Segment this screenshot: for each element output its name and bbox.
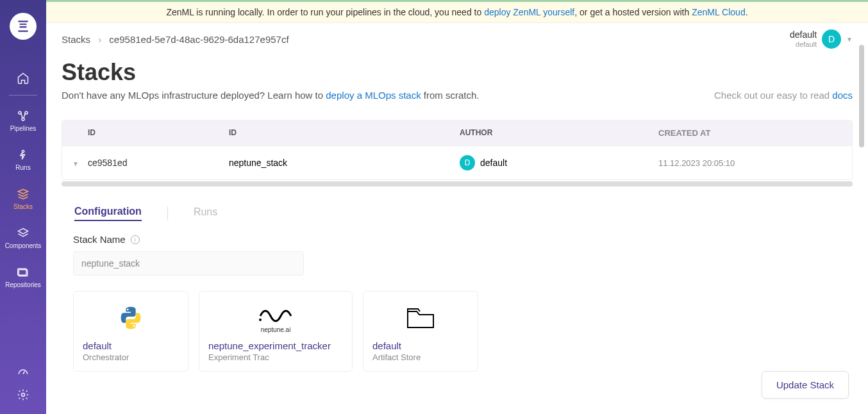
tabs: Configuration Runs [74, 206, 853, 221]
component-type: Artifact Store [372, 352, 469, 362]
nav-label: Runs [15, 164, 30, 171]
python-icon [83, 301, 179, 335]
row-author: D default [460, 155, 658, 170]
avatar: D [822, 29, 841, 49]
author-name: default [480, 158, 507, 168]
col-created: CREATED AT [658, 128, 852, 138]
col-id1: ID [88, 128, 229, 138]
nav-home[interactable] [4, 65, 42, 91]
component-type: Orchestrator [83, 352, 179, 362]
banner: ZenML is running locally. In order to ru… [46, 0, 868, 23]
banner-text: . [746, 7, 748, 17]
row-id-short: ce9581ed [88, 158, 229, 168]
update-stack-button[interactable]: Update Stack [762, 371, 849, 399]
component-name: default [372, 340, 469, 351]
neptune-icon: neptune.ai [208, 301, 343, 335]
banner-text: , or get a hosted version with [574, 7, 692, 17]
component-artifact-store[interactable]: default Artifact Store [363, 291, 478, 372]
component-name: default [83, 340, 179, 351]
stack-name-label: Stack Name i [73, 234, 853, 245]
banner-text: ZenML is running locally. In order to ru… [166, 7, 484, 17]
breadcrumb-sep: › [98, 34, 101, 45]
docs-link[interactable]: docs [832, 90, 853, 101]
page-title: Stacks [62, 59, 853, 86]
runs-icon [17, 149, 29, 161]
table-header: ID ID AUTHOR CREATED AT [62, 120, 852, 145]
info-icon[interactable]: i [131, 235, 140, 244]
user-sub: default [790, 40, 817, 48]
svg-point-6 [22, 393, 25, 397]
row-created: 11.12.2023 20:05:10 [658, 158, 852, 168]
sidebar-bottom [17, 367, 29, 414]
breadcrumb: Stacks › ce9581ed-5e7d-48ac-9629-6da127e… [62, 34, 289, 45]
tab-runs[interactable]: Runs [194, 206, 217, 220]
components-row: default Orchestrator neptune.ai neptune_… [73, 291, 853, 372]
nav-components[interactable]: Components [4, 220, 42, 256]
tab-configuration[interactable]: Configuration [74, 206, 142, 221]
scrollbar-thumb[interactable] [859, 45, 864, 147]
sidebar: Pipelines Runs Stacks Components Reposit… [0, 0, 46, 414]
stacks-table: ID ID AUTHOR CREATED AT ▼ ce9581ed neptu… [62, 120, 853, 180]
main: ZenML is running locally. In order to ru… [46, 0, 868, 414]
folder-icon [372, 301, 469, 335]
user-menu[interactable]: default default D ▼ [790, 29, 853, 49]
table-row[interactable]: ▼ ce9581ed neptune_stack D default 11.12… [62, 145, 852, 179]
banner-link-deploy[interactable]: deploy ZenML yourself [484, 7, 574, 17]
settings-icon[interactable] [17, 388, 29, 401]
logo[interactable] [10, 13, 37, 40]
divider [9, 95, 37, 95]
stacks-icon [17, 188, 29, 201]
user-name: default [790, 30, 817, 40]
component-name: neptune_experiment_tracker [208, 340, 343, 351]
stack-name-input[interactable] [73, 251, 304, 276]
deploy-stack-link[interactable]: deploy a MLOps stack [326, 90, 421, 101]
nav-label: Stacks [13, 203, 33, 210]
speed-icon[interactable] [17, 367, 29, 379]
pipelines-icon [17, 110, 29, 122]
docs-prompt: Check out our easy to read docs [714, 90, 853, 101]
svg-point-3 [22, 151, 24, 153]
breadcrumb-root[interactable]: Stacks [62, 34, 90, 45]
home-icon [17, 72, 29, 85]
nav-label: Pipelines [10, 125, 37, 132]
nav-label: Components [5, 242, 42, 249]
expand-icon[interactable]: ▼ [72, 160, 79, 167]
svg-point-2 [22, 118, 24, 120]
header: Stacks › ce9581ed-5e7d-48ac-9629-6da127e… [46, 23, 868, 55]
col-author: AUTHOR [460, 128, 658, 138]
subtitle: Don't have any MLOps infrastructure depl… [62, 90, 480, 101]
component-type: Experiment Trac [208, 352, 343, 362]
banner-link-cloud[interactable]: ZenML Cloud [692, 7, 746, 17]
chevron-down-icon: ▼ [846, 36, 853, 43]
zenml-icon [15, 18, 31, 35]
nav-pipelines[interactable]: Pipelines [4, 103, 42, 138]
component-experiment-tracker[interactable]: neptune.ai neptune_experiment_tracker Ex… [199, 291, 353, 372]
svg-point-7 [259, 319, 262, 321]
nav-runs[interactable]: Runs [4, 142, 42, 178]
nav-stacks[interactable]: Stacks [4, 181, 42, 217]
components-icon [17, 227, 29, 240]
repos-icon [17, 266, 29, 279]
author-avatar: D [460, 155, 475, 170]
content: Stacks Don't have any MLOps infrastructu… [46, 55, 868, 385]
vertical-scrollbar[interactable] [859, 19, 864, 408]
tab-separator [167, 206, 168, 220]
breadcrumb-current[interactable]: ce9581ed-5e7d-48ac-9629-6da127e957cf [109, 34, 288, 45]
subtitle-row: Don't have any MLOps infrastructure depl… [62, 90, 853, 101]
nav-label: Repositories [5, 281, 41, 288]
user-text: default default [790, 30, 817, 47]
horizontal-scrollbar[interactable] [62, 181, 853, 186]
col-id2: ID [229, 128, 460, 138]
row-name: neptune_stack [229, 158, 460, 168]
nav-repositories[interactable]: Repositories [4, 260, 42, 295]
component-orchestrator[interactable]: default Orchestrator [73, 291, 188, 372]
